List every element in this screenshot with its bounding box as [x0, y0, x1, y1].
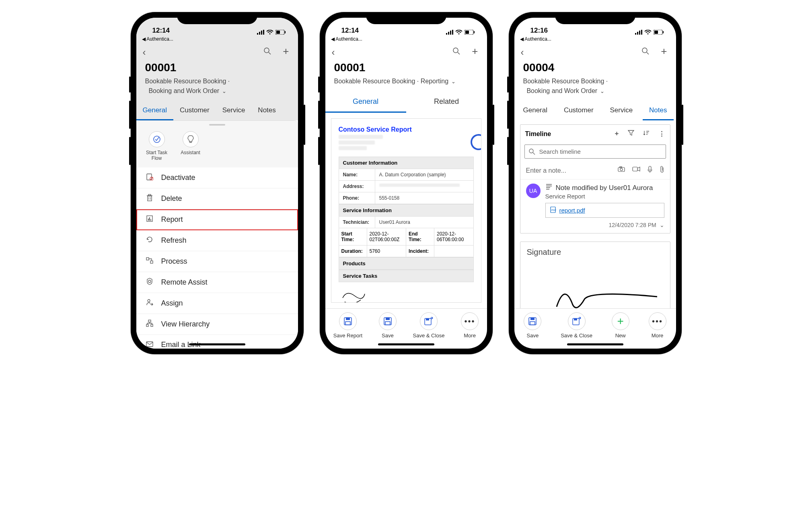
tabs: General Customer Service Notes	[514, 101, 676, 120]
search-icon	[529, 149, 535, 155]
breadcrumb[interactable]: ◀ Authentica...	[136, 35, 298, 43]
attach-icon[interactable]	[660, 166, 664, 175]
customer-address	[375, 181, 473, 192]
add-button[interactable]: +	[472, 47, 478, 58]
status-time: 12:14	[152, 27, 170, 35]
save-close-icon	[420, 312, 438, 330]
tab-general[interactable]: General	[136, 101, 173, 120]
timeline-card: Timeline + ⋮ Search timeline Enter a not…	[520, 124, 670, 233]
svg-rect-55	[641, 30, 642, 35]
tab-notes[interactable]: Notes	[251, 101, 282, 120]
new-icon: +	[612, 312, 629, 330]
record-subtitle[interactable]: Bookable Resource Booking · Reporting ⌄	[334, 76, 478, 86]
svg-line-43	[458, 52, 460, 54]
save-button[interactable]: Save	[379, 312, 397, 339]
save-close-button[interactable]: Save & Close	[561, 312, 592, 339]
tab-service[interactable]: Service	[216, 101, 252, 120]
svg-rect-23	[150, 219, 151, 221]
search-timeline-input[interactable]: Search timeline	[524, 145, 666, 159]
menu-item-refresh[interactable]: Refresh	[136, 230, 298, 251]
save-button[interactable]: Save	[524, 312, 541, 339]
menu-item-report[interactable]: Report	[136, 209, 298, 230]
menu-item-deactivate[interactable]: Deactivate	[136, 167, 298, 188]
sort-icon[interactable]	[643, 130, 650, 138]
chevron-down-icon[interactable]: ⌄	[660, 222, 664, 228]
search-icon[interactable]	[641, 47, 650, 58]
tab-related[interactable]: Related	[406, 92, 487, 113]
save-icon	[524, 312, 541, 330]
more-icon[interactable]: ⋮	[658, 130, 665, 138]
menu-item-email-a-link[interactable]: Email a Link	[136, 335, 298, 349]
more-icon: •••	[649, 312, 666, 330]
home-indicator[interactable]	[567, 343, 623, 345]
mic-icon[interactable]	[648, 166, 652, 175]
signature-pad[interactable]	[520, 258, 670, 308]
report-preview[interactable]: Contoso Service Report Customer Informat…	[331, 118, 481, 303]
add-timeline-icon[interactable]: +	[615, 130, 619, 138]
camera-icon[interactable]	[618, 166, 625, 175]
avatar: UA	[526, 184, 541, 198]
chevron-down-icon: ⌄	[222, 88, 226, 94]
home-indicator[interactable]	[378, 343, 434, 345]
task-icon	[153, 135, 161, 143]
svg-rect-29	[146, 324, 148, 326]
attachment-link[interactable]: report.pdf	[559, 207, 585, 214]
status-bar: 12:14	[136, 18, 298, 35]
quick-assistant[interactable]: Assistant	[177, 131, 205, 161]
add-button[interactable]: +	[283, 47, 289, 58]
menu-item-remote-assist[interactable]: Remote Assist	[136, 272, 298, 293]
svg-rect-41	[474, 31, 475, 33]
wifi-icon	[455, 30, 463, 35]
save-report-button[interactable]: Save Report	[333, 312, 362, 339]
record-subtitle[interactable]: Bookable Resource Booking · Booking and …	[145, 76, 289, 96]
tab-general[interactable]: General	[325, 92, 406, 113]
tab-service[interactable]: Service	[603, 101, 639, 120]
tab-customer[interactable]: Customer	[557, 101, 600, 120]
video-icon[interactable]	[632, 166, 640, 175]
email-icon	[145, 341, 154, 349]
search-icon[interactable]	[452, 47, 460, 58]
record-subtitle[interactable]: Bookable Resource Booking · Booking and …	[523, 76, 667, 96]
more-button[interactable]: •••More	[461, 312, 479, 339]
menu-item-delete[interactable]: Delete	[136, 188, 298, 209]
new-button[interactable]: +New	[612, 312, 629, 339]
back-button[interactable]: ‹	[521, 47, 524, 58]
menu-item-view-hierarchy[interactable]: View Hierarchy	[136, 314, 298, 335]
svg-rect-75	[574, 318, 577, 320]
svg-point-60	[642, 48, 647, 53]
svg-rect-54	[639, 31, 640, 35]
filter-icon[interactable]	[628, 130, 634, 138]
svg-rect-3	[263, 30, 264, 35]
tab-general[interactable]: General	[517, 101, 554, 120]
svg-point-38	[458, 33, 459, 35]
svg-rect-46	[345, 322, 350, 325]
enter-note-input[interactable]: Enter a note...	[526, 167, 567, 174]
quick-start-task-flow[interactable]: Start Task Flow	[143, 131, 171, 161]
menu-item-process[interactable]: Process	[136, 251, 298, 272]
add-button[interactable]: +	[661, 47, 667, 58]
breadcrumb[interactable]: ◀ Authentica...	[514, 35, 676, 43]
drag-handle[interactable]	[209, 124, 225, 126]
menu-item-assign[interactable]: Assign	[136, 293, 298, 314]
service-tasks-header: Service Tasks	[339, 270, 474, 282]
tab-customer[interactable]: Customer	[173, 101, 216, 120]
record-title: 00001	[334, 61, 478, 74]
action-drawer[interactable]: Start Task Flow Assistant DeactivateDele…	[136, 120, 298, 349]
home-indicator[interactable]	[189, 343, 245, 345]
svg-rect-58	[654, 31, 658, 34]
tab-notes[interactable]: Notes	[643, 101, 673, 120]
search-icon[interactable]	[263, 47, 271, 58]
back-button[interactable]: ‹	[143, 47, 146, 58]
save-close-button[interactable]: Save & Close	[413, 312, 445, 339]
record-title: 00004	[523, 61, 667, 74]
more-button[interactable]: •••More	[649, 312, 666, 339]
back-button[interactable]: ‹	[332, 47, 335, 58]
svg-rect-15	[148, 196, 152, 201]
timeline-note[interactable]: UA Note modified by User01 Aurora Servic…	[520, 179, 670, 220]
svg-rect-49	[385, 322, 390, 325]
customer-phone: 555-0158	[375, 192, 473, 204]
breadcrumb[interactable]: ◀ Authentica...	[325, 35, 487, 43]
note-attachment[interactable]: PDF report.pdf	[545, 203, 664, 218]
bulb-icon	[187, 135, 194, 143]
svg-rect-25	[150, 261, 153, 263]
